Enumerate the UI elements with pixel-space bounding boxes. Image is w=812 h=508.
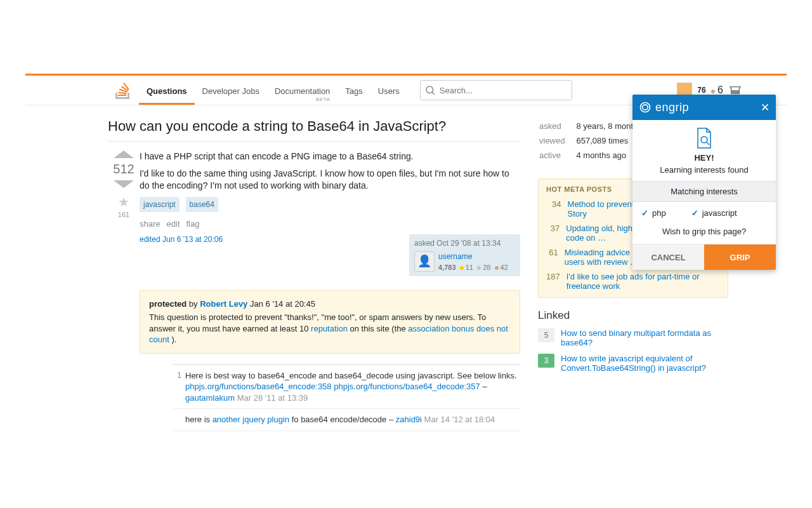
engrip-brand: engrip bbox=[639, 101, 689, 114]
cancel-button[interactable]: CANCEL bbox=[632, 244, 704, 270]
protected-by-word: by bbox=[189, 299, 198, 309]
comment-dash: – bbox=[482, 382, 487, 391]
question-score: 512 bbox=[108, 162, 140, 177]
search-icon bbox=[424, 84, 436, 96]
comment: 1 Here is best way to base64_encode and … bbox=[173, 364, 520, 409]
edit-link[interactable]: edit bbox=[167, 218, 180, 230]
meta-link[interactable]: I'd like to see job ads for part-time or… bbox=[566, 272, 720, 291]
meta-count: 34 bbox=[546, 199, 561, 218]
asker-avatar-icon[interactable]: 👤 bbox=[414, 251, 435, 272]
comment-score: 1 bbox=[173, 370, 185, 404]
edited-link[interactable]: edited Jun 6 '13 at 20:06 bbox=[140, 234, 223, 276]
bronze-dot-icon bbox=[711, 90, 715, 93]
comment-time: Mar 14 '12 at 18:04 bbox=[424, 415, 495, 424]
popup-hey: HEY! bbox=[638, 153, 771, 163]
nav-developer-jobs[interactable]: Developer Jobs bbox=[195, 77, 267, 104]
comment-score bbox=[173, 436, 185, 437]
linked-item: 5 How to send binary multipart formdata … bbox=[538, 328, 728, 347]
reputation-link[interactable]: reputation bbox=[311, 324, 348, 333]
nav-users[interactable]: Users bbox=[370, 77, 407, 104]
nav-questions[interactable]: Questions bbox=[139, 77, 195, 104]
svg-point-0 bbox=[426, 86, 433, 93]
comment-author[interactable]: zahid9i bbox=[396, 415, 422, 424]
interest-javascript: javascript bbox=[702, 208, 737, 218]
protected-msg3: ). bbox=[171, 335, 176, 344]
popup-close-icon[interactable]: ✕ bbox=[761, 101, 769, 114]
svg-line-4 bbox=[707, 142, 709, 145]
linked-count: 3 bbox=[538, 354, 554, 368]
meta-count: 37 bbox=[546, 224, 560, 243]
grip-button[interactable]: GRIP bbox=[704, 244, 776, 270]
svg-point-2 bbox=[641, 103, 650, 112]
matching-interests-heading: Matching interests bbox=[632, 181, 776, 202]
upvote-button[interactable] bbox=[114, 150, 134, 158]
popup-header: engrip ✕ bbox=[632, 95, 776, 120]
question-paragraph: I'd like to do the same thing using Java… bbox=[140, 168, 520, 192]
comment-score bbox=[173, 414, 185, 425]
document-search-icon bbox=[695, 128, 714, 149]
gold-dot-icon bbox=[460, 266, 464, 270]
nav-documentation-label: Documentation bbox=[275, 86, 330, 96]
user-bronze-count: 6 bbox=[717, 84, 723, 95]
stackoverflow-logo-icon[interactable] bbox=[114, 82, 130, 99]
stat-label: viewed bbox=[539, 134, 575, 147]
nav-documentation[interactable]: Documentation BETA bbox=[267, 77, 337, 104]
linked-link[interactable]: How to send binary multipart formdata as… bbox=[561, 328, 728, 347]
silver-dot-icon bbox=[477, 266, 481, 270]
comment-text: here is bbox=[185, 415, 213, 424]
meta-count: 187 bbox=[546, 272, 560, 291]
user-reputation: 76 bbox=[697, 86, 705, 95]
question-tags: javascript base64 bbox=[140, 197, 520, 212]
comment-text: Here is best way to base64_encode and ba… bbox=[185, 371, 517, 380]
popup-subtitle: Learning interests found bbox=[660, 165, 748, 175]
search-box[interactable] bbox=[420, 80, 572, 100]
stat-label: active bbox=[539, 149, 575, 162]
linked-heading: Linked bbox=[538, 309, 728, 322]
protected-notice: protected by Robert Levy Jan 6 '14 at 20… bbox=[140, 290, 520, 354]
protected-word: protected bbox=[149, 299, 187, 309]
protected-by-user[interactable]: Robert Levy bbox=[200, 299, 247, 309]
beta-label: BETA bbox=[316, 97, 330, 102]
comment: here is another jquery plugin fo base64 … bbox=[173, 408, 520, 431]
asker-bronze: 42 bbox=[501, 264, 508, 271]
search-input[interactable] bbox=[440, 86, 560, 95]
favorite-count: 161 bbox=[108, 211, 140, 218]
question-actions: share edit flag bbox=[140, 218, 520, 230]
question-title: How can you encode a string to Base64 in… bbox=[108, 118, 520, 142]
check-icon: ✓ bbox=[691, 208, 698, 218]
nav-tags[interactable]: Tags bbox=[337, 77, 370, 104]
tag-javascript[interactable]: javascript bbox=[140, 197, 180, 212]
grip-question: Wish to grip this page? bbox=[632, 222, 776, 244]
downvote-button[interactable] bbox=[114, 180, 134, 188]
comment-link[interactable]: another jquery plugin bbox=[213, 415, 289, 424]
asked-text: asked Oct 29 '08 at 13:34 bbox=[414, 238, 515, 248]
asker-name[interactable]: username bbox=[438, 252, 472, 261]
linked-item: 3 How to write javascript equivalent of … bbox=[538, 354, 728, 373]
linked-link[interactable]: How to write javascript equivalent of Co… bbox=[561, 354, 728, 373]
stat-label: asked bbox=[539, 119, 575, 133]
question-paragraph: I have a PHP script that can encode a PN… bbox=[140, 150, 520, 163]
comment-link[interactable]: phpjs.org/functions/base64_decode:357 bbox=[334, 382, 480, 391]
vote-column: 512 ★ 161 bbox=[108, 150, 140, 437]
flag-link[interactable]: flag bbox=[187, 218, 200, 230]
engrip-popup: engrip ✕ HEY! Learning interests found M… bbox=[632, 95, 776, 270]
comment-text: fo base64 encode/decode – bbox=[292, 415, 396, 424]
nav-tabs: Questions Developer Jobs Documentation B… bbox=[139, 77, 407, 104]
asker-gold: 11 bbox=[466, 264, 473, 271]
engrip-brand-text: engrip bbox=[655, 101, 689, 114]
check-icon: ✓ bbox=[641, 208, 648, 218]
svg-point-3 bbox=[701, 137, 707, 143]
comment-author[interactable]: gautamlakum bbox=[185, 393, 235, 403]
meta-count: 61 bbox=[546, 248, 558, 267]
comment-time: Mar 28 '11 at 13:39 bbox=[237, 393, 308, 403]
tag-base64[interactable]: base64 bbox=[186, 197, 218, 212]
share-link[interactable]: share bbox=[140, 218, 160, 230]
comment-link[interactable]: phpjs.org/functions/base64_encode:358 bbox=[185, 382, 332, 391]
asker-badges: 4,783 11 28 42 bbox=[438, 263, 508, 272]
asker-rep: 4,783 bbox=[438, 264, 456, 271]
protected-when: Jan 6 '14 at 20:45 bbox=[250, 299, 315, 309]
asker-card: asked Oct 29 '08 at 13:34 👤 username 4,7… bbox=[409, 234, 520, 276]
matching-interests: ✓php ✓javascript bbox=[632, 202, 776, 222]
favorite-star-icon[interactable]: ★ bbox=[108, 194, 140, 210]
svg-line-1 bbox=[432, 92, 434, 94]
